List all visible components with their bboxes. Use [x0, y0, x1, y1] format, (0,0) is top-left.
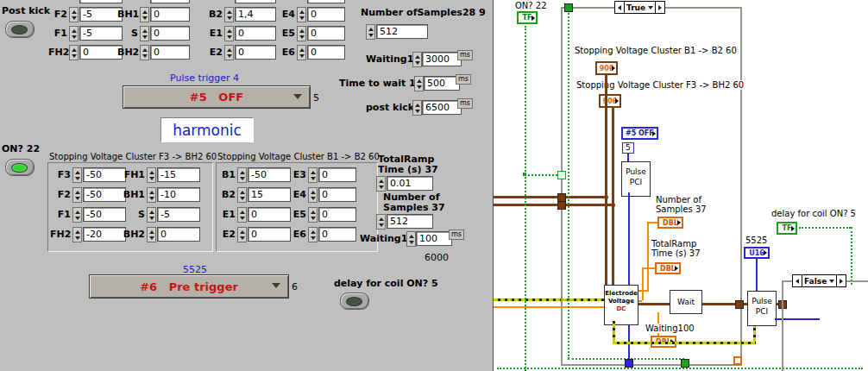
- numeric-field[interactable]: -50: [248, 167, 291, 182]
- numeric-field[interactable]: 0: [235, 45, 276, 60]
- numeric-field[interactable]: 0: [235, 26, 276, 41]
- increment-decrement-spinner[interactable]: [72, 167, 82, 183]
- numeric-field[interactable]: -5: [79, 7, 123, 22]
- numeric-field[interactable]: 0: [150, 26, 190, 41]
- time-to-wait-field[interactable]: 500: [424, 76, 460, 91]
- numeric-field[interactable]: 0: [318, 207, 356, 222]
- increment-decrement-spinner[interactable]: [147, 227, 156, 242]
- delay-coil-button[interactable]: [340, 292, 369, 310]
- numeric-field[interactable]: -50: [83, 167, 126, 182]
- increment-decrement-spinner[interactable]: [412, 100, 422, 116]
- u16-terminal[interactable]: U16: [744, 247, 770, 259]
- numeric-field[interactable]: 15: [248, 187, 291, 202]
- numeric-field[interactable]: 0: [248, 227, 291, 242]
- numeric-field[interactable]: -20: [83, 227, 126, 242]
- post-kick-button[interactable]: [5, 21, 35, 38]
- increment-decrement-spinner[interactable]: [72, 207, 82, 223]
- numeric-field[interactable]: -15: [157, 167, 200, 182]
- increment-decrement-spinner[interactable]: [376, 176, 386, 192]
- increment-decrement-spinner[interactable]: [140, 7, 149, 22]
- increment-decrement-spinner[interactable]: [140, 45, 149, 60]
- numeric-field[interactable]: 1,4: [235, 7, 276, 22]
- electrode-voltage-node[interactable]: Electrode Voltage DC: [604, 285, 638, 325]
- increment-decrement-spinner[interactable]: [297, 45, 306, 60]
- delay-boolean-terminal[interactable]: TF: [777, 222, 797, 235]
- increment-decrement-spinner[interactable]: [237, 187, 247, 203]
- increment-decrement-spinner[interactable]: [224, 7, 234, 22]
- cluster-f3-terminal[interactable]: 906: [599, 94, 621, 108]
- trigger5-terminal[interactable]: #5 OFF: [621, 127, 658, 140]
- trigger6-dropdown[interactable]: #6 Pre trigger: [89, 274, 289, 299]
- increment-decrement-spinner[interactable]: [72, 227, 82, 242]
- total-ramp-field[interactable]: 0.01: [387, 176, 433, 191]
- dropdown-arrow-icon[interactable]: [272, 283, 280, 288]
- increment-decrement-spinner[interactable]: [406, 231, 416, 247]
- increment-decrement-spinner[interactable]: [69, 45, 79, 60]
- increment-decrement-spinner[interactable]: [308, 227, 318, 242]
- increment-decrement-spinner[interactable]: [308, 167, 318, 183]
- waiting100-bottom-field[interactable]: 100: [416, 231, 452, 246]
- ring-constant-5[interactable]: 5: [622, 142, 634, 154]
- cluster-b1-terminal[interactable]: 906: [595, 61, 618, 75]
- numeric-field[interactable]: 0: [307, 26, 345, 41]
- numeric-field[interactable]: -5: [157, 207, 200, 222]
- numeric-field[interactable]: 0: [79, 45, 123, 60]
- ramp-dbl-terminal[interactable]: DBL: [655, 262, 681, 274]
- numeric-field[interactable]: 0: [318, 167, 356, 182]
- increment-decrement-spinner[interactable]: [224, 45, 234, 60]
- numeric-field[interactable]: -50: [83, 207, 126, 222]
- increment-decrement-spinner[interactable]: [237, 207, 247, 223]
- case-next-arrow-icon[interactable]: [655, 2, 664, 13]
- pulse-pci-node-1[interactable]: Pulse PCI: [621, 161, 651, 197]
- waiting100-field[interactable]: 3000: [422, 52, 462, 66]
- numeric-field[interactable]: 0: [307, 0, 345, 3]
- increment-decrement-spinner[interactable]: [308, 187, 318, 203]
- increment-decrement-spinner[interactable]: [376, 214, 386, 230]
- case-prev-arrow-icon[interactable]: [793, 275, 802, 286]
- increment-decrement-spinner[interactable]: [237, 227, 247, 242]
- numeric-field[interactable]: 0: [235, 0, 276, 3]
- wait-node[interactable]: Wait: [670, 290, 702, 314]
- case-prev-arrow-icon[interactable]: [615, 2, 625, 13]
- numeric-field[interactable]: -5: [79, 26, 123, 41]
- numeric-field[interactable]: 0: [318, 187, 356, 202]
- on-boolean-terminal[interactable]: TF: [517, 11, 538, 24]
- increment-decrement-spinner[interactable]: [224, 26, 234, 41]
- case-next-arrow-icon[interactable]: [836, 275, 846, 286]
- increment-decrement-spinner[interactable]: [297, 26, 306, 41]
- post-kick-ms-field[interactable]: 6500: [422, 100, 462, 115]
- samples28-field[interactable]: 512: [376, 24, 428, 39]
- numeric-field[interactable]: 0: [150, 0, 190, 3]
- increment-decrement-spinner[interactable]: [140, 26, 149, 41]
- increment-decrement-spinner[interactable]: [412, 52, 422, 67]
- pulse-pci-node-2[interactable]: Pulse PCI: [747, 291, 777, 326]
- increment-decrement-spinner[interactable]: [366, 24, 375, 40]
- trigger5-dropdown[interactable]: #5 OFF: [123, 85, 311, 109]
- increment-decrement-spinner[interactable]: [147, 207, 156, 223]
- numeric-field[interactable]: 0: [307, 7, 345, 22]
- increment-decrement-spinner[interactable]: [147, 187, 156, 203]
- increment-decrement-spinner[interactable]: [308, 207, 318, 223]
- numeric-field[interactable]: 0: [307, 45, 345, 60]
- increment-decrement-spinner[interactable]: [237, 167, 247, 183]
- increment-decrement-spinner[interactable]: [69, 7, 79, 22]
- increment-decrement-spinner[interactable]: [72, 187, 82, 203]
- case-selector-false[interactable]: False: [792, 274, 846, 287]
- samples37-field[interactable]: 512: [387, 214, 433, 229]
- numeric-field[interactable]: -50: [83, 187, 126, 202]
- increment-decrement-spinner[interactable]: [297, 7, 306, 22]
- numeric-field[interactable]: -50: [79, 0, 123, 3]
- numeric-field[interactable]: 0: [150, 45, 190, 60]
- numeric-field[interactable]: -10: [157, 187, 200, 202]
- increment-decrement-spinner[interactable]: [414, 76, 424, 91]
- numeric-field[interactable]: 0: [150, 7, 190, 22]
- on-button[interactable]: [5, 159, 35, 176]
- dropdown-arrow-icon[interactable]: [293, 94, 302, 99]
- numeric-field[interactable]: 0: [318, 227, 356, 242]
- numeric-field[interactable]: 0: [248, 207, 291, 222]
- numeric-field[interactable]: 0: [157, 227, 200, 242]
- increment-decrement-spinner[interactable]: [147, 167, 156, 183]
- case-selector[interactable]: True: [614, 1, 665, 14]
- increment-decrement-spinner[interactable]: [69, 26, 79, 41]
- samples-dbl-terminal[interactable]: DBL: [657, 217, 683, 229]
